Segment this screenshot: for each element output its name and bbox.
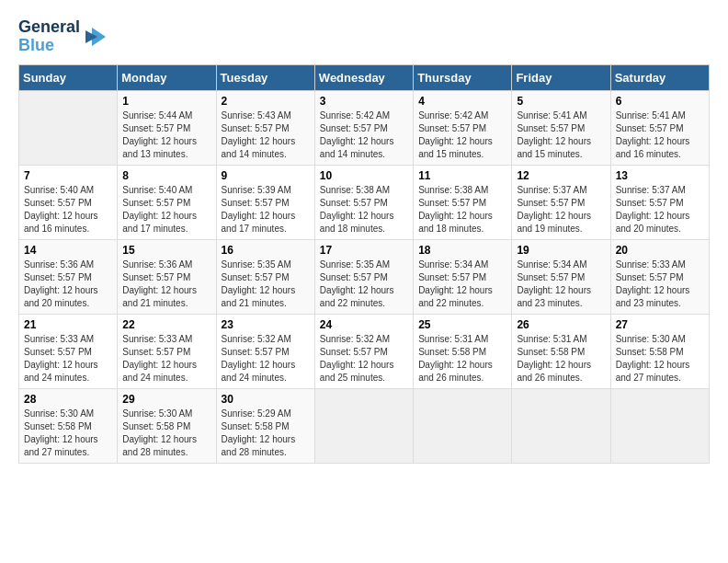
day-number: 15 <box>122 244 210 257</box>
header-cell-tuesday: Tuesday <box>216 64 314 90</box>
calendar-cell: 12Sunrise: 5:37 AM Sunset: 5:57 PM Dayli… <box>512 165 610 239</box>
day-info: Sunrise: 5:37 AM Sunset: 5:57 PM Dayligh… <box>616 184 704 236</box>
calendar-cell: 11Sunrise: 5:38 AM Sunset: 5:57 PM Dayli… <box>414 165 512 239</box>
header-row: SundayMondayTuesdayWednesdayThursdayFrid… <box>19 64 710 90</box>
day-info: Sunrise: 5:34 AM Sunset: 5:57 PM Dayligh… <box>418 259 506 310</box>
day-info: Sunrise: 5:32 AM Sunset: 5:57 PM Dayligh… <box>222 333 310 385</box>
day-number: 22 <box>122 318 210 331</box>
day-info: Sunrise: 5:41 AM Sunset: 5:57 PM Dayligh… <box>517 109 605 161</box>
header-cell-thursday: Thursday <box>414 64 512 90</box>
day-number: 9 <box>222 169 310 182</box>
calendar-cell: 3Sunrise: 5:42 AM Sunset: 5:57 PM Daylig… <box>314 90 413 165</box>
day-info: Sunrise: 5:39 AM Sunset: 5:57 PM Dayligh… <box>222 184 310 236</box>
day-number: 18 <box>418 244 506 257</box>
day-number: 5 <box>517 95 605 108</box>
day-info: Sunrise: 5:43 AM Sunset: 5:57 PM Dayligh… <box>222 109 310 161</box>
calendar-cell: 5Sunrise: 5:41 AM Sunset: 5:57 PM Daylig… <box>512 90 610 165</box>
day-number: 6 <box>616 95 704 108</box>
calendar-cell: 2Sunrise: 5:43 AM Sunset: 5:57 PM Daylig… <box>216 90 314 165</box>
day-info: Sunrise: 5:29 AM Sunset: 5:58 PM Dayligh… <box>222 408 310 459</box>
day-info: Sunrise: 5:33 AM Sunset: 5:57 PM Dayligh… <box>24 333 112 385</box>
calendar-cell: 27Sunrise: 5:30 AM Sunset: 5:58 PM Dayli… <box>610 314 709 388</box>
day-number: 21 <box>24 318 112 331</box>
calendar-cell: 22Sunrise: 5:33 AM Sunset: 5:57 PM Dayli… <box>118 314 216 388</box>
calendar-cell: 8Sunrise: 5:40 AM Sunset: 5:57 PM Daylig… <box>118 165 216 239</box>
calendar-cell <box>610 388 709 463</box>
calendar-cell: 20Sunrise: 5:33 AM Sunset: 5:57 PM Dayli… <box>610 239 709 314</box>
day-info: Sunrise: 5:36 AM Sunset: 5:57 PM Dayligh… <box>24 259 112 310</box>
header-cell-friday: Friday <box>512 64 610 90</box>
day-info: Sunrise: 5:30 AM Sunset: 5:58 PM Dayligh… <box>24 408 112 459</box>
header: GeneralBlue <box>18 18 710 55</box>
day-number: 28 <box>24 393 112 406</box>
day-info: Sunrise: 5:33 AM Sunset: 5:57 PM Dayligh… <box>122 333 210 385</box>
logo-text: GeneralBlue <box>18 18 80 55</box>
day-info: Sunrise: 5:30 AM Sunset: 5:58 PM Dayligh… <box>122 408 210 459</box>
day-number: 26 <box>517 318 605 331</box>
day-number: 4 <box>418 95 506 108</box>
day-number: 2 <box>222 95 310 108</box>
day-info: Sunrise: 5:40 AM Sunset: 5:57 PM Dayligh… <box>24 184 112 236</box>
day-info: Sunrise: 5:31 AM Sunset: 5:58 PM Dayligh… <box>517 333 605 385</box>
day-info: Sunrise: 5:36 AM Sunset: 5:57 PM Dayligh… <box>122 259 210 310</box>
calendar-cell: 30Sunrise: 5:29 AM Sunset: 5:58 PM Dayli… <box>216 388 314 463</box>
calendar-cell: 24Sunrise: 5:32 AM Sunset: 5:57 PM Dayli… <box>314 314 413 388</box>
day-number: 3 <box>320 95 408 108</box>
day-number: 10 <box>320 169 408 182</box>
day-number: 27 <box>616 318 704 331</box>
day-info: Sunrise: 5:32 AM Sunset: 5:57 PM Dayligh… <box>320 333 408 385</box>
day-info: Sunrise: 5:38 AM Sunset: 5:57 PM Dayligh… <box>418 184 506 236</box>
calendar-cell: 9Sunrise: 5:39 AM Sunset: 5:57 PM Daylig… <box>216 165 314 239</box>
day-info: Sunrise: 5:35 AM Sunset: 5:57 PM Dayligh… <box>320 259 408 310</box>
calendar-cell: 29Sunrise: 5:30 AM Sunset: 5:58 PM Dayli… <box>118 388 216 463</box>
day-number: 20 <box>616 244 704 257</box>
day-info: Sunrise: 5:44 AM Sunset: 5:57 PM Dayligh… <box>122 109 210 161</box>
header-cell-wednesday: Wednesday <box>314 64 413 90</box>
logo-icon <box>83 23 110 51</box>
calendar-cell: 1Sunrise: 5:44 AM Sunset: 5:57 PM Daylig… <box>118 90 216 165</box>
calendar-cell: 18Sunrise: 5:34 AM Sunset: 5:57 PM Dayli… <box>414 239 512 314</box>
calendar-cell: 6Sunrise: 5:41 AM Sunset: 5:57 PM Daylig… <box>610 90 709 165</box>
calendar-cell <box>19 90 118 165</box>
day-info: Sunrise: 5:38 AM Sunset: 5:57 PM Dayligh… <box>320 184 408 236</box>
day-number: 19 <box>517 244 605 257</box>
header-cell-saturday: Saturday <box>610 64 709 90</box>
day-number: 11 <box>418 169 506 182</box>
day-number: 8 <box>122 169 210 182</box>
day-info: Sunrise: 5:35 AM Sunset: 5:57 PM Dayligh… <box>222 259 310 310</box>
calendar-cell: 15Sunrise: 5:36 AM Sunset: 5:57 PM Dayli… <box>118 239 216 314</box>
day-info: Sunrise: 5:31 AM Sunset: 5:58 PM Dayligh… <box>418 333 506 385</box>
day-info: Sunrise: 5:37 AM Sunset: 5:57 PM Dayligh… <box>517 184 605 236</box>
calendar-cell: 10Sunrise: 5:38 AM Sunset: 5:57 PM Dayli… <box>314 165 413 239</box>
calendar-cell: 13Sunrise: 5:37 AM Sunset: 5:57 PM Dayli… <box>610 165 709 239</box>
calendar-cell: 7Sunrise: 5:40 AM Sunset: 5:57 PM Daylig… <box>19 165 118 239</box>
week-row-2: 7Sunrise: 5:40 AM Sunset: 5:57 PM Daylig… <box>19 165 710 239</box>
calendar-cell: 26Sunrise: 5:31 AM Sunset: 5:58 PM Dayli… <box>512 314 610 388</box>
calendar-cell: 19Sunrise: 5:34 AM Sunset: 5:57 PM Dayli… <box>512 239 610 314</box>
calendar-cell: 14Sunrise: 5:36 AM Sunset: 5:57 PM Dayli… <box>19 239 118 314</box>
calendar-cell: 4Sunrise: 5:42 AM Sunset: 5:57 PM Daylig… <box>414 90 512 165</box>
day-info: Sunrise: 5:40 AM Sunset: 5:57 PM Dayligh… <box>122 184 210 236</box>
calendar-cell: 16Sunrise: 5:35 AM Sunset: 5:57 PM Dayli… <box>216 239 314 314</box>
day-number: 17 <box>320 244 408 257</box>
calendar-cell <box>414 388 512 463</box>
day-number: 1 <box>122 95 210 108</box>
day-number: 16 <box>222 244 310 257</box>
day-info: Sunrise: 5:33 AM Sunset: 5:57 PM Dayligh… <box>616 259 704 310</box>
day-number: 24 <box>320 318 408 331</box>
calendar-cell <box>512 388 610 463</box>
day-number: 14 <box>24 244 112 257</box>
week-row-1: 1Sunrise: 5:44 AM Sunset: 5:57 PM Daylig… <box>19 90 710 165</box>
calendar-cell <box>314 388 413 463</box>
header-cell-monday: Monday <box>118 64 216 90</box>
calendar-cell: 21Sunrise: 5:33 AM Sunset: 5:57 PM Dayli… <box>19 314 118 388</box>
day-number: 13 <box>616 169 704 182</box>
day-number: 30 <box>222 393 310 406</box>
day-number: 25 <box>418 318 506 331</box>
day-info: Sunrise: 5:30 AM Sunset: 5:58 PM Dayligh… <box>616 333 704 385</box>
week-row-5: 28Sunrise: 5:30 AM Sunset: 5:58 PM Dayli… <box>19 388 710 463</box>
header-cell-sunday: Sunday <box>19 64 118 90</box>
day-info: Sunrise: 5:42 AM Sunset: 5:57 PM Dayligh… <box>320 109 408 161</box>
calendar-cell: 25Sunrise: 5:31 AM Sunset: 5:58 PM Dayli… <box>414 314 512 388</box>
day-number: 29 <box>122 393 210 406</box>
